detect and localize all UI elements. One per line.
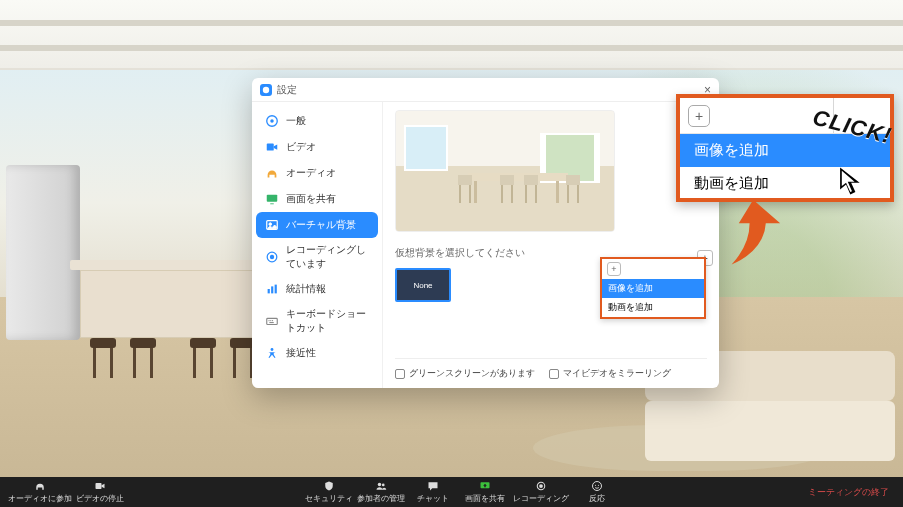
end-meeting-button[interactable]: ミーティングの終了 bbox=[802, 486, 895, 499]
greenscreen-checkbox[interactable]: グリーンスクリーンがあります bbox=[395, 367, 535, 380]
nav-accessibility[interactable]: 接近性 bbox=[256, 340, 378, 366]
nav-label: 一般 bbox=[286, 114, 306, 128]
mirror-checkbox[interactable]: マイビデオをミラーリング bbox=[549, 367, 671, 380]
svg-rect-15 bbox=[272, 320, 273, 321]
nav-virtual-background[interactable]: バーチャル背景 bbox=[256, 212, 378, 238]
svg-point-25 bbox=[595, 485, 596, 486]
accessibility-icon bbox=[264, 345, 280, 361]
bg-none-label: None bbox=[413, 281, 432, 290]
svg-point-20 bbox=[382, 484, 385, 487]
modal-title: 設定 bbox=[277, 83, 704, 97]
headphone-icon bbox=[264, 165, 280, 181]
checkbox-label: マイビデオをミラーリング bbox=[563, 367, 671, 380]
svg-rect-4 bbox=[267, 195, 278, 202]
stop-video-button[interactable]: ビデオの停止 bbox=[76, 480, 124, 504]
app-icon bbox=[260, 84, 272, 96]
share-screen-button[interactable]: 画面を共有 bbox=[461, 480, 509, 504]
nav-shortcut[interactable]: キーボードショートカット bbox=[256, 302, 378, 340]
callout-arrow-icon bbox=[719, 198, 791, 270]
svg-point-2 bbox=[270, 119, 274, 123]
add-background-button-large[interactable]: + bbox=[688, 105, 710, 127]
join-audio-button[interactable]: オーディオに参加 bbox=[8, 480, 72, 504]
nav-share[interactable]: 画面を共有 bbox=[256, 186, 378, 212]
virtual-bg-icon bbox=[264, 217, 280, 233]
toolbar-label: ビデオの停止 bbox=[76, 493, 124, 504]
toolbar-label: チャット bbox=[417, 493, 449, 504]
toolbar-label: セキュリティ bbox=[305, 493, 353, 504]
svg-rect-18 bbox=[96, 483, 102, 489]
nav-label: ビデオ bbox=[286, 140, 316, 154]
share-screen-icon bbox=[479, 480, 491, 492]
nav-label: 接近性 bbox=[286, 346, 316, 360]
checkbox-icon bbox=[549, 369, 559, 379]
nav-label: バーチャル背景 bbox=[286, 218, 356, 232]
nav-stats[interactable]: 統計情報 bbox=[256, 276, 378, 302]
checkbox-label: グリーンスクリーンがあります bbox=[409, 367, 535, 380]
svg-point-24 bbox=[593, 482, 602, 491]
meeting-toolbar: オーディオに参加 ビデオの停止 セキュリティ 参加者の管理 チャット 画面を共有… bbox=[0, 477, 903, 507]
toolbar-label: オーディオに参加 bbox=[8, 493, 72, 504]
cursor-icon bbox=[835, 164, 869, 198]
svg-point-19 bbox=[378, 483, 381, 486]
toolbar-label: レコーディング bbox=[513, 493, 569, 504]
record-button[interactable]: レコーディング bbox=[513, 480, 569, 504]
nav-label: 画面を共有 bbox=[286, 192, 336, 206]
participants-icon bbox=[375, 480, 387, 492]
annotation-small-popover: + 画像を追加 動画を追加 bbox=[600, 257, 706, 319]
camera-icon bbox=[264, 139, 280, 155]
toolbar-label: 参加者の管理 bbox=[357, 493, 405, 504]
share-screen-icon bbox=[264, 191, 280, 207]
keyboard-icon bbox=[264, 313, 280, 329]
svg-rect-3 bbox=[267, 144, 274, 151]
chat-icon bbox=[427, 480, 439, 492]
svg-point-0 bbox=[263, 86, 269, 92]
add-image-menuitem-small[interactable]: 画像を追加 bbox=[602, 279, 704, 298]
modal-header: 設定 × bbox=[252, 78, 719, 102]
content-footer: グリーンスクリーンがあります マイビデオをミラーリング bbox=[395, 358, 707, 380]
record-icon bbox=[264, 249, 280, 265]
video-preview bbox=[395, 110, 615, 232]
settings-content: 仮想背景を選択してください None + グリーンスクリーンがあります マイビデ… bbox=[382, 102, 719, 388]
svg-rect-9 bbox=[268, 289, 270, 293]
nav-general[interactable]: 一般 bbox=[256, 108, 378, 134]
svg-rect-16 bbox=[269, 322, 273, 323]
add-video-menuitem-small[interactable]: 動画を追加 bbox=[602, 298, 704, 317]
shield-icon bbox=[323, 480, 335, 492]
settings-modal: 設定 × 一般 ビデオ オーディオ 画面を共有 バーチャル背景 bbox=[252, 78, 719, 388]
participants-button[interactable]: 参加者の管理 bbox=[357, 480, 405, 504]
svg-rect-13 bbox=[269, 320, 270, 321]
settings-nav: 一般 ビデオ オーディオ 画面を共有 バーチャル背景 レコーディングしています bbox=[252, 102, 382, 388]
nav-label: オーディオ bbox=[286, 166, 336, 180]
svg-point-17 bbox=[271, 348, 274, 351]
smile-icon bbox=[591, 480, 603, 492]
svg-rect-11 bbox=[275, 285, 277, 294]
svg-point-6 bbox=[269, 223, 272, 226]
nav-label: 統計情報 bbox=[286, 282, 326, 296]
add-background-button-small[interactable]: + bbox=[607, 262, 621, 276]
toolbar-label: 反応 bbox=[589, 493, 605, 504]
svg-point-26 bbox=[598, 485, 599, 486]
nav-label: キーボードショートカット bbox=[286, 307, 370, 335]
chat-button[interactable]: チャット bbox=[409, 480, 457, 504]
nav-recording[interactable]: レコーディングしています bbox=[256, 238, 378, 276]
svg-rect-10 bbox=[271, 286, 273, 293]
checkbox-icon bbox=[395, 369, 405, 379]
nav-audio[interactable]: オーディオ bbox=[256, 160, 378, 186]
toolbar-label: 画面を共有 bbox=[465, 493, 505, 504]
record-icon bbox=[535, 480, 547, 492]
nav-video[interactable]: ビデオ bbox=[256, 134, 378, 160]
svg-point-8 bbox=[270, 255, 274, 259]
nav-label: レコーディングしています bbox=[286, 243, 370, 271]
stats-icon bbox=[264, 281, 280, 297]
reactions-button[interactable]: 反応 bbox=[573, 480, 621, 504]
security-button[interactable]: セキュリティ bbox=[305, 480, 353, 504]
svg-rect-14 bbox=[270, 320, 271, 321]
settings-gear-icon bbox=[264, 113, 280, 129]
svg-point-23 bbox=[539, 484, 543, 488]
headphone-icon bbox=[34, 480, 46, 492]
svg-rect-12 bbox=[267, 318, 278, 324]
background-none[interactable]: None bbox=[395, 268, 451, 302]
camera-icon bbox=[94, 480, 106, 492]
